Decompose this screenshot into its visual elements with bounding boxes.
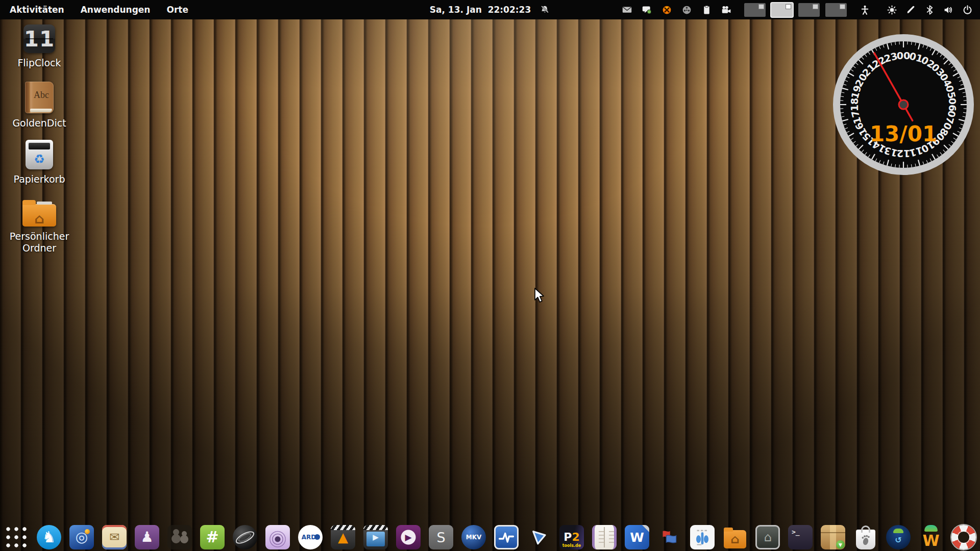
libreoffice-writer[interactable]: W [625,525,649,549]
menu-orte[interactable]: Orte [160,0,195,19]
dock: ♞◎✉♟#ARD▲▶▶SMKVP2tools.deW⌂⌂>_↺W [4,525,976,549]
ard-mediathek[interactable]: ARD [298,525,323,549]
night-light-icon[interactable] [886,4,897,15]
desktop-icon-label: GoldenDict [12,117,66,129]
mail-indicator[interactable] [621,4,632,15]
contacts-app[interactable] [167,525,192,549]
android-sync-app[interactable]: ↺ [886,525,911,549]
top-bar: AktivitätenAnwendungenOrte Sa, 13. Jan 2… [0,0,980,19]
home-terminal-app[interactable]: ⌂ [755,525,780,549]
flipclock-digits: 11 [24,27,55,52]
software-store-icon [859,533,872,546]
desktop-icon-label: FlipClock [17,57,61,69]
stats-doc-app-icon [693,528,712,546]
analog-clock-widget: 0001020304050607080910111213141516171819… [829,31,977,179]
mkvtoolnix[interactable]: MKV [461,525,486,549]
waveform-monitor-app[interactable] [494,525,519,549]
home-folder[interactable]: ⌂ [723,525,747,549]
stats-doc-app[interactable] [690,525,715,549]
clipboard-indicator[interactable] [701,4,712,15]
dictionary-book-icon: Abc [25,82,54,113]
desktop-icon-label: Papierkorb [14,173,65,185]
chat-indicator[interactable] [641,4,652,15]
mouse-cursor [534,288,546,303]
desktop-icon-home-folder[interactable]: ⌂ Persönlicher Ordner [5,200,74,254]
pen-tablet-icon[interactable] [905,4,916,15]
librewolf-browser[interactable]: ♞ [37,525,61,549]
orbits-app[interactable]: ◎ [69,525,94,549]
package-installer[interactable] [821,525,845,549]
accessibility-menu[interactable] [859,4,870,15]
book-cover-text: Abc [34,90,49,101]
workspace-window-thumb [786,4,791,9]
topbar-right [621,3,980,17]
clock-menu[interactable]: Sa, 13. Jan 22:02:23 [430,4,550,15]
desktop-icon-label: Persönlicher Ordner [5,231,74,254]
bluetooth-icon[interactable] [924,4,935,15]
mail-app[interactable]: ✉ [102,525,127,549]
flipclock-icon: 11 [23,24,55,53]
podcast-app[interactable] [265,525,290,549]
ebook-reader-app[interactable] [592,525,617,549]
clock-text: Sa, 13. Jan 22:02:23 [430,5,531,15]
notifications-muted-icon [539,4,550,15]
s-app[interactable]: S [429,525,453,549]
workspace-window-thumb [758,4,764,9]
power-icon[interactable] [962,4,973,15]
home-folder-icon: ⌂ [22,200,56,227]
menu-aktivitten[interactable]: Aktivitäten [3,0,71,19]
help-app[interactable] [951,525,976,549]
mpv-player[interactable]: ▶ [396,525,421,549]
workspace-3[interactable] [798,3,820,17]
waveform-monitor-app-icon [497,528,516,546]
terminal-app[interactable]: >_ [788,525,813,549]
recycle-icon: ♻ [34,152,45,166]
pdf-tools-app[interactable]: P2tools.de [559,525,584,549]
movie-player[interactable]: ▶ [363,525,388,549]
penguin-app[interactable]: ♟ [135,525,159,549]
desktop-icon-trash[interactable]: ♻ Papierkorb [5,140,74,185]
v-player-app-icon [530,528,548,546]
camera-indicator[interactable] [721,4,732,15]
volume-icon[interactable] [943,4,954,15]
workspace-1[interactable] [744,3,766,17]
workspace-4[interactable] [825,3,847,17]
workspace-window-thumb [840,4,845,9]
flags-app-icon [660,528,679,546]
reel-indicator[interactable] [681,4,692,15]
workspace-2[interactable] [771,3,793,17]
status-icon-group [859,4,973,15]
waydroid[interactable]: W [919,525,943,549]
desktop-icon-goldendict[interactable]: Abc GoldenDict [5,82,74,129]
workspace-switcher [744,3,847,17]
vlc-player[interactable]: ▲ [331,525,355,549]
house-icon: ⌂ [34,211,44,227]
trash-can-icon: ♻ [26,140,53,169]
paper-strip [37,202,52,205]
v-player-app[interactable] [527,525,551,549]
orange-x-indicator[interactable] [661,4,672,15]
dark-globe-app[interactable] [233,525,257,549]
workspace-window-thumb [813,4,818,9]
irc-chat-app[interactable]: # [200,525,225,549]
desktop-icon-flipclock[interactable]: 11 FlipClock [5,24,74,69]
software-store[interactable] [853,525,878,549]
svg-text:13/01: 13/01 [870,121,937,146]
flags-app[interactable] [657,525,682,549]
system-tray [621,4,732,15]
show-applications-button[interactable] [4,525,29,549]
menu-anwendungen[interactable]: Anwendungen [74,0,157,19]
topbar-menus: AktivitätenAnwendungenOrte [0,0,195,19]
